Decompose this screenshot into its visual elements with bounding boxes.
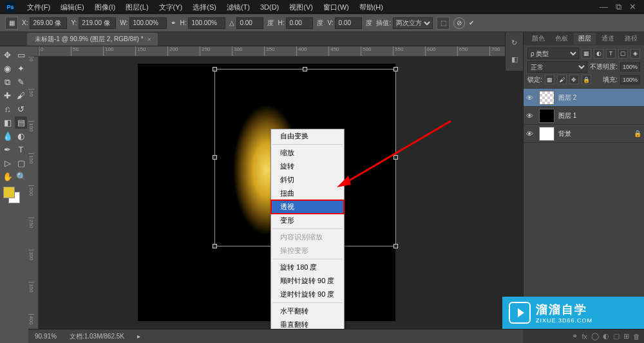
lock-pixel-icon[interactable]: 🖌 <box>557 75 567 84</box>
handle-mid-left[interactable] <box>213 155 217 160</box>
angle-input[interactable] <box>236 17 263 29</box>
pen-tool[interactable]: ✒ <box>1 144 14 156</box>
filter-type-icon[interactable]: T <box>606 49 616 59</box>
filter-smart-icon[interactable]: ◈ <box>630 49 640 59</box>
close-icon[interactable]: ✕ <box>629 2 636 12</box>
history-panel-icon[interactable]: ↻ <box>508 36 521 49</box>
brush-tool[interactable]: 🖌 <box>15 89 27 102</box>
menu-file[interactable]: 文件(F) <box>22 3 55 12</box>
lock-pos-icon[interactable]: ✥ <box>569 75 579 84</box>
context-menu-item[interactable]: 旋转 <box>271 160 344 173</box>
handle-top-left[interactable] <box>213 67 217 71</box>
context-menu-item[interactable]: 顺时针旋转 90 度 <box>271 274 344 288</box>
tab-layers[interactable]: 图层 <box>574 33 596 44</box>
properties-panel-icon[interactable]: ◧ <box>508 53 521 66</box>
fx-icon[interactable]: fx <box>582 333 587 340</box>
handle-bot-left[interactable] <box>213 244 217 248</box>
marquee-tool[interactable]: ▭ <box>15 49 27 61</box>
blur-tool[interactable]: 💧 <box>1 130 14 142</box>
gradient-tool[interactable]: ▤ <box>15 116 27 129</box>
lock-trans-icon[interactable]: ▦ <box>545 75 554 84</box>
filter-shape-icon[interactable]: ▢ <box>618 49 628 59</box>
menu-3d[interactable]: 3D(D) <box>255 3 284 11</box>
shape-tool[interactable]: ▢ <box>15 157 27 169</box>
menu-window[interactable]: 窗口(W) <box>318 3 354 12</box>
context-menu-item[interactable]: 自由变换 <box>271 129 344 143</box>
handle-top-center[interactable] <box>303 67 307 71</box>
handle-top-right[interactable] <box>393 67 398 71</box>
transform-ref-icon[interactable]: ▦ <box>5 17 18 30</box>
color-swatches[interactable] <box>3 187 26 207</box>
hand-tool[interactable]: ✋ <box>1 171 14 183</box>
warp-icon[interactable]: ⬚ <box>437 17 450 30</box>
context-menu-item[interactable]: 变形 <box>271 214 344 227</box>
layer-row[interactable]: 👁背景🔒 <box>524 125 644 143</box>
menu-view[interactable]: 视图(V) <box>284 3 318 12</box>
filter-pixel-icon[interactable]: ▦ <box>582 49 591 59</box>
tab-close-icon[interactable]: × <box>147 35 151 43</box>
layer-row[interactable]: 👁图层 1 <box>524 107 644 125</box>
visibility-eye-icon[interactable]: 👁 <box>526 130 535 138</box>
cancel-transform-icon[interactable]: ⊘ <box>453 17 465 29</box>
text-tool[interactable]: T <box>15 144 27 156</box>
layer-kind-select[interactable]: ρ 类型 <box>527 48 579 59</box>
context-menu-item[interactable]: 旋转 180 度 <box>271 261 344 274</box>
blend-mode-select[interactable]: 正常 <box>527 61 587 73</box>
zoom-readout[interactable]: 90.91% <box>35 333 57 340</box>
restore-icon[interactable]: ⧉ <box>616 2 621 12</box>
minimize-icon[interactable]: — <box>600 2 608 12</box>
document-tab[interactable]: 未标题-1 @ 90.9% (图层 2, RGB/8#) * × <box>27 33 158 46</box>
lasso-tool[interactable]: ◉ <box>1 62 14 75</box>
commit-transform-icon[interactable]: ✔ <box>469 19 474 26</box>
context-menu-item[interactable]: 逆时针旋转 90 度 <box>271 288 344 301</box>
tab-paths[interactable]: 路径 <box>620 33 642 44</box>
trash-icon[interactable]: 🗑 <box>633 333 640 340</box>
menu-edit[interactable]: 编辑(E) <box>55 3 90 12</box>
new-layer-icon[interactable]: ⊞ <box>623 332 629 340</box>
heal-tool[interactable]: ✚ <box>1 89 14 102</box>
zoom-tool[interactable]: 🔍 <box>15 171 27 183</box>
w-input[interactable] <box>129 17 167 29</box>
tab-color[interactable]: 颜色 <box>527 33 549 44</box>
filter-adjust-icon[interactable]: ◐ <box>594 49 603 59</box>
lock-all-icon[interactable]: 🔒 <box>582 75 591 84</box>
menu-type[interactable]: 文字(Y) <box>154 3 188 12</box>
menu-filter[interactable]: 滤镜(T) <box>222 3 255 12</box>
menu-image[interactable]: 图像(I) <box>90 3 120 12</box>
context-menu-item[interactable]: 水平翻转 <box>271 304 344 318</box>
x-input[interactable] <box>30 17 67 29</box>
link-layers-icon[interactable]: ⚭ <box>572 332 578 340</box>
opacity-value[interactable]: 100% <box>620 62 640 71</box>
tab-swatches[interactable]: 色板 <box>551 33 573 44</box>
foreground-color[interactable] <box>3 187 15 198</box>
menu-help[interactable]: 帮助(H) <box>354 3 388 12</box>
stamp-tool[interactable]: ⎌ <box>1 103 14 115</box>
y-input[interactable] <box>79 17 116 29</box>
wand-tool[interactable]: ✦ <box>15 62 27 75</box>
group-icon[interactable]: ▢ <box>613 332 620 340</box>
tab-channels[interactable]: 通道 <box>597 33 619 44</box>
context-menu-item[interactable]: 缩放 <box>271 146 344 160</box>
adjustment-icon[interactable]: ◐ <box>603 332 609 340</box>
move-tool[interactable]: ✥ <box>1 49 14 61</box>
link-icon[interactable]: ⚭ <box>171 19 176 26</box>
history-brush-tool[interactable]: ↺ <box>15 103 27 115</box>
visibility-eye-icon[interactable]: 👁 <box>526 112 535 120</box>
hshear-input[interactable] <box>286 17 313 29</box>
context-menu-item[interactable]: 透视 <box>271 200 344 214</box>
dodge-tool[interactable]: ◐ <box>15 130 27 142</box>
menu-layer[interactable]: 图层(L) <box>120 3 153 12</box>
context-menu-item[interactable]: 扭曲 <box>271 187 344 200</box>
crop-tool[interactable]: ⧉ <box>1 76 14 88</box>
interp-select[interactable]: 两次立方 <box>393 17 433 29</box>
menu-select[interactable]: 选择(S) <box>187 3 222 12</box>
handle-bot-right[interactable] <box>393 244 398 248</box>
h-input[interactable] <box>188 17 225 29</box>
eyedropper-tool[interactable]: ✎ <box>15 76 27 88</box>
handle-mid-right[interactable] <box>393 155 398 160</box>
vshear-input[interactable] <box>335 17 362 29</box>
visibility-eye-icon[interactable]: 👁 <box>526 94 535 102</box>
context-menu-item[interactable]: 斜切 <box>271 173 344 187</box>
path-tool[interactable]: ▷ <box>1 157 14 169</box>
fill-value[interactable]: 100% <box>620 75 640 84</box>
